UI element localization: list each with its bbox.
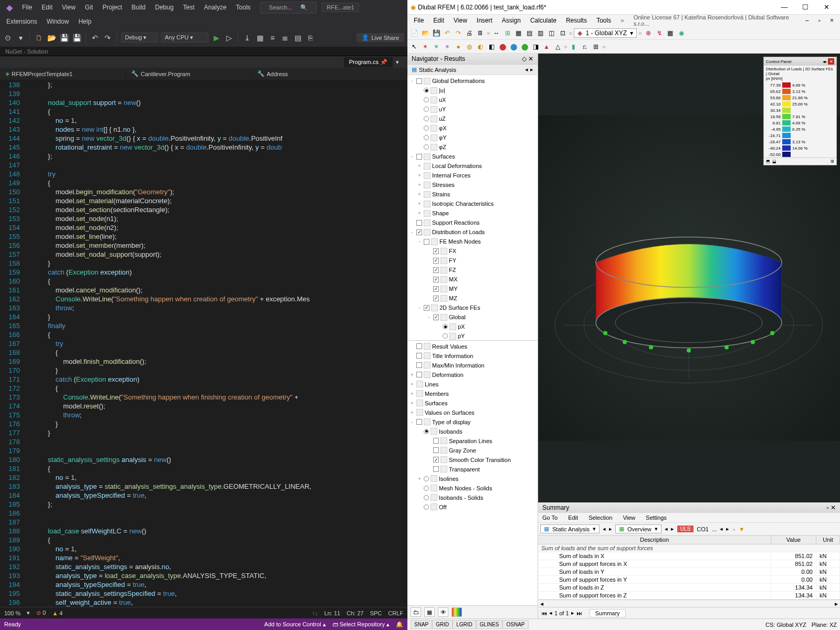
tree-node[interactable]: FX xyxy=(407,246,538,256)
tree-node[interactable]: |u| xyxy=(407,86,538,95)
save-icon[interactable]: 💾 xyxy=(59,33,69,43)
menu-item[interactable]: Edit xyxy=(37,3,57,12)
summary-table[interactable]: Description Value Unit Sum of loads and … xyxy=(538,536,840,600)
fwd-icon[interactable]: ▾ xyxy=(16,33,25,43)
tree-node[interactable]: MZ xyxy=(407,293,538,303)
tree-node[interactable]: +Internal Forces xyxy=(407,171,538,180)
doc-close-icon[interactable]: × xyxy=(826,16,838,25)
overview-combo[interactable]: ▦Overview ▾ xyxy=(615,524,662,533)
tree-node[interactable]: Transparent xyxy=(407,465,538,474)
tree-node[interactable]: Support Reactions xyxy=(407,218,538,227)
analysis-combo[interactable]: ▦Static Analysis ▾ xyxy=(540,524,600,533)
table-row[interactable]: Sum of loads in X851.02kN xyxy=(538,552,840,560)
tree-node[interactable]: MY xyxy=(407,284,538,293)
solution-name[interactable]: RFE...ate1 xyxy=(322,3,359,12)
tree-node[interactable]: +Deformation xyxy=(407,370,538,380)
next-icon[interactable]: ▸ xyxy=(671,526,674,532)
notif-icon[interactable]: 🔔 xyxy=(396,621,403,628)
hscroll-left-icon[interactable]: ◂ xyxy=(540,600,543,607)
prev-icon[interactable]: ◂ xyxy=(665,526,668,532)
tree-node[interactable]: uZ xyxy=(407,114,538,123)
tb-icon[interactable]: ▤ xyxy=(293,33,302,43)
scale-icon[interactable]: ⬒ xyxy=(766,159,770,164)
nuget-tab[interactable]: NuGet - Solution xyxy=(0,47,407,56)
menu-item[interactable]: Edit xyxy=(566,514,580,521)
menu-item[interactable]: Tools xyxy=(592,16,615,25)
close-panel-icon[interactable]: ✕ xyxy=(528,55,533,62)
menu-item[interactable]: Help xyxy=(74,17,96,26)
tb-icon[interactable]: ◧ xyxy=(487,42,496,51)
tree-node[interactable]: -FE Mesh Nodes xyxy=(407,237,538,246)
prev-icon[interactable]: ◂ xyxy=(549,610,552,616)
tree-node[interactable]: -Distribution of Loads xyxy=(407,227,538,237)
arrow-icon[interactable]: ↖ xyxy=(410,42,419,51)
print-preview-icon[interactable]: 🗏 xyxy=(476,28,485,38)
close-icon[interactable]: ✕ xyxy=(831,504,836,511)
undo-icon[interactable]: ↶ xyxy=(443,28,452,38)
tree-node[interactable]: Mesh Nodes - Solids xyxy=(407,484,538,493)
maximize-icon[interactable]: ☐ xyxy=(795,1,816,14)
tb-icon[interactable]: ⊗ xyxy=(644,28,653,38)
tb-icon[interactable]: ⤓ xyxy=(243,33,252,43)
tb-icon[interactable]: △ xyxy=(553,42,562,51)
tree-node[interactable]: FY xyxy=(407,256,538,265)
save-icon[interactable]: 💾 xyxy=(432,28,441,38)
menu-item[interactable]: Test xyxy=(179,3,199,12)
menu-item[interactable]: Project xyxy=(98,3,126,12)
search-box[interactable]: Search...🔍 xyxy=(260,2,317,14)
summary-tab[interactable]: Summary xyxy=(590,609,626,617)
table-row[interactable]: Sum of support forces in Y0.00kN xyxy=(538,576,840,584)
tb-icon[interactable]: ⎘ xyxy=(306,33,315,43)
redo-icon[interactable]: ↷ xyxy=(103,33,112,43)
back-icon[interactable]: ⊙ xyxy=(3,33,13,43)
tree-node[interactable]: uY xyxy=(407,104,538,114)
tb-icon[interactable]: ✶ xyxy=(443,42,452,51)
ln-label[interactable]: Ln: 11 xyxy=(324,610,341,616)
next-icon[interactable]: ▸ xyxy=(609,526,612,532)
tb-icon[interactable]: ⬤ xyxy=(520,42,529,51)
menu-item[interactable]: Selection xyxy=(586,514,614,521)
crumb-class[interactable]: 🔧Cantilever.Program xyxy=(126,69,252,78)
menu-item[interactable]: Go To xyxy=(540,514,560,521)
tab-overflow-icon[interactable]: ▾ xyxy=(393,59,402,66)
tb-icon[interactable]: ▦ xyxy=(255,33,265,43)
minimize-icon[interactable]: — xyxy=(774,1,795,14)
menu-item[interactable]: File xyxy=(410,16,428,25)
arrow-icon[interactable]: ◂▸ xyxy=(823,59,827,64)
warn-count[interactable]: ▲ 4 xyxy=(52,610,62,616)
tb-icon[interactable]: ⊡ xyxy=(558,28,568,38)
menu-item[interactable]: Tools xyxy=(232,3,255,12)
prev-icon[interactable]: ◂ xyxy=(603,526,606,532)
menu-item[interactable]: Assign xyxy=(498,16,525,25)
print-icon[interactable]: 🖨 xyxy=(465,28,474,38)
menu-item[interactable]: Git xyxy=(81,3,97,12)
close-icon[interactable]: ✕ xyxy=(816,1,837,14)
tb-icon[interactable]: ⬤ xyxy=(498,42,507,51)
tb-icon[interactable]: ↯ xyxy=(655,28,664,38)
table-row[interactable]: Sum of support forces in X851.02kN xyxy=(538,560,840,568)
glines-toggle[interactable]: GLINES xyxy=(476,620,503,629)
platform-combo[interactable]: Any CPU ▾ xyxy=(161,33,208,43)
tree-node[interactable]: +Shape xyxy=(407,208,538,218)
menu-item[interactable]: Results xyxy=(562,16,591,25)
tree-node[interactable]: Off xyxy=(407,502,538,512)
tree-node[interactable]: +Isolines xyxy=(407,474,538,484)
error-count[interactable]: ⊘ 0 xyxy=(36,610,46,616)
crumb-method[interactable]: 🔧Address xyxy=(252,69,407,78)
new-icon[interactable]: 🗋 xyxy=(34,33,44,43)
nav-filter[interactable]: ▦Static Analysis ◂▸ xyxy=(407,65,538,75)
tree-node[interactable]: +Local Deformations xyxy=(407,161,538,171)
tab-program-cs[interactable]: Program.cs 📌 xyxy=(344,57,393,67)
doc-max-icon[interactable]: ▫ xyxy=(814,16,825,25)
tree-node[interactable]: +Isotropic Characteristics xyxy=(407,199,538,208)
tree-node[interactable]: Separation Lines xyxy=(407,436,538,446)
nav-tab-icon[interactable]: 👁 xyxy=(438,607,448,617)
tree-node[interactable]: +Strains xyxy=(407,190,538,199)
tb-icon[interactable]: ↔ xyxy=(492,28,501,38)
menu-item[interactable]: View xyxy=(449,16,471,25)
snap-toggle[interactable]: SNAP xyxy=(411,620,432,629)
select-repo-button[interactable]: 🗃 Select Repository ▴ xyxy=(332,621,390,628)
tb-icon[interactable]: ⎌ xyxy=(580,42,590,51)
code-editor[interactable]: 138 139 140 141 142 143 144 145 146 147 … xyxy=(0,80,407,607)
nav-tab-icon[interactable] xyxy=(452,607,462,617)
